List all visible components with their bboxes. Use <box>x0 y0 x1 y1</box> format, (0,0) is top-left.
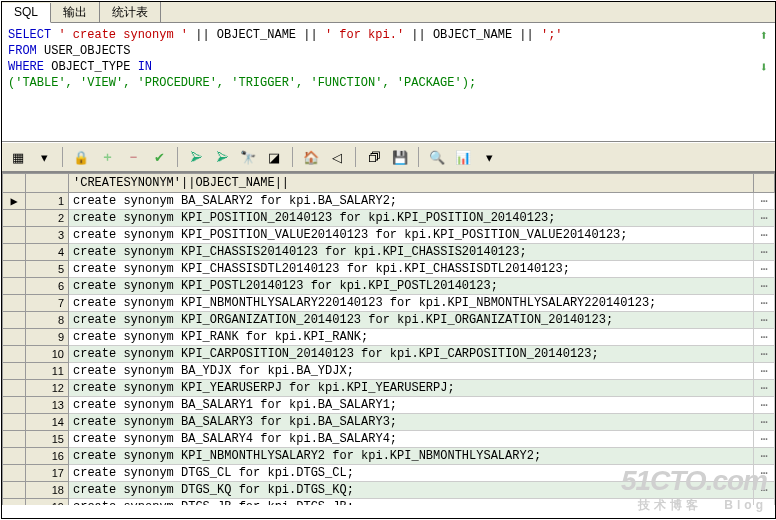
row-number[interactable]: 10 <box>26 346 69 363</box>
column-more-header[interactable] <box>754 174 775 193</box>
row-marker-header[interactable] <box>3 174 26 193</box>
cell-value[interactable]: create synonym KPI_ORGANIZATION_20140123… <box>69 312 754 329</box>
cell-value[interactable]: create synonym DTGS_CL for kpi.DTGS_CL; <box>69 465 754 482</box>
cell-value[interactable]: create synonym KPI_YEARUSERPJ for kpi.KP… <box>69 380 754 397</box>
cell-more[interactable]: ⋯ <box>754 465 775 482</box>
row-marker[interactable] <box>3 499 26 506</box>
table-row[interactable]: 9 create synonym KPI_RANK for kpi.KPI_RA… <box>3 329 775 346</box>
cell-value[interactable]: create synonym KPI_CHASSIS20140123 for k… <box>69 244 754 261</box>
scroll-down-icon[interactable]: ⬇ <box>757 61 771 75</box>
row-number[interactable]: 1 <box>26 193 69 210</box>
row-number[interactable]: 11 <box>26 363 69 380</box>
row-marker[interactable] <box>3 431 26 448</box>
table-row[interactable]: 19 create synonym DTGS_JB for kpi.DTGS_J… <box>3 499 775 506</box>
row-marker[interactable] <box>3 244 26 261</box>
cell-more[interactable]: ⋯ <box>754 499 775 506</box>
table-row[interactable]: 18 create synonym DTGS_KQ for kpi.DTGS_K… <box>3 482 775 499</box>
row-marker[interactable] <box>3 227 26 244</box>
home-icon[interactable]: 🏠 <box>301 147 321 167</box>
row-marker[interactable] <box>3 482 26 499</box>
cell-more[interactable]: ⋯ <box>754 244 775 261</box>
cell-value[interactable]: create synonym DTGS_KQ for kpi.DTGS_KQ; <box>69 482 754 499</box>
table-row[interactable]: 3 create synonym KPI_POSITION_VALUE20140… <box>3 227 775 244</box>
row-number-header[interactable] <box>26 174 69 193</box>
row-marker[interactable] <box>3 380 26 397</box>
table-row[interactable]: 10 create synonym KPI_CARPOSITION_201401… <box>3 346 775 363</box>
cell-more[interactable]: ⋯ <box>754 312 775 329</box>
row-number[interactable]: 18 <box>26 482 69 499</box>
row-marker[interactable] <box>3 312 26 329</box>
cell-value[interactable]: create synonym KPI_POSITION_20140123 for… <box>69 210 754 227</box>
table-row[interactable]: 6 create synonym KPI_POSTL20140123 for k… <box>3 278 775 295</box>
cell-value[interactable]: create synonym BA_SALARY4 for kpi.BA_SAL… <box>69 431 754 448</box>
row-number[interactable]: 8 <box>26 312 69 329</box>
cell-more[interactable]: ⋯ <box>754 363 775 380</box>
row-marker[interactable] <box>3 346 26 363</box>
cell-more[interactable]: ⋯ <box>754 431 775 448</box>
cell-value[interactable]: create synonym BA_SALARY1 for kpi.BA_SAL… <box>69 397 754 414</box>
chart-icon[interactable]: 📊 <box>453 147 473 167</box>
cell-more[interactable]: ⋯ <box>754 278 775 295</box>
scroll-up-icon[interactable]: ⬆ <box>757 29 771 43</box>
cell-value[interactable]: create synonym BA_SALARY2 for kpi.BA_SAL… <box>69 193 754 210</box>
cell-more[interactable]: ⋯ <box>754 380 775 397</box>
results-grid-wrap[interactable]: 'CREATESYNONYM'||OBJECT_NAME|| ▶1 create… <box>2 172 775 505</box>
column-header-1[interactable]: 'CREATESYNONYM'||OBJECT_NAME|| <box>69 174 754 193</box>
row-number[interactable]: 7 <box>26 295 69 312</box>
row-number[interactable]: 17 <box>26 465 69 482</box>
cell-more[interactable]: ⋯ <box>754 227 775 244</box>
cell-value[interactable]: create synonym KPI_CHASSISDTL20140123 fo… <box>69 261 754 278</box>
cell-value[interactable]: create synonym DTGS_JB for kpi.DTGS_JB; <box>69 499 754 506</box>
row-number[interactable]: 12 <box>26 380 69 397</box>
cell-more[interactable]: ⋯ <box>754 414 775 431</box>
table-row[interactable]: 4 create synonym KPI_CHASSIS20140123 for… <box>3 244 775 261</box>
table-row[interactable]: 7 create synonym KPI_NBMONTHLYSALARY2201… <box>3 295 775 312</box>
cell-more[interactable]: ⋯ <box>754 346 775 363</box>
cell-more[interactable]: ⋯ <box>754 329 775 346</box>
cell-more[interactable]: ⋯ <box>754 261 775 278</box>
row-number[interactable]: 13 <box>26 397 69 414</box>
tab-output[interactable]: 输出 <box>51 2 100 22</box>
row-marker[interactable] <box>3 278 26 295</box>
row-marker[interactable] <box>3 329 26 346</box>
row-number[interactable]: 3 <box>26 227 69 244</box>
table-row[interactable]: 12 create synonym KPI_YEARUSERPJ for kpi… <box>3 380 775 397</box>
cell-value[interactable]: create synonym KPI_RANK for kpi.KPI_RANK… <box>69 329 754 346</box>
tab-sql[interactable]: SQL <box>2 3 51 23</box>
nav-left-icon[interactable]: ◁ <box>327 147 347 167</box>
table-row[interactable]: 17 create synonym DTGS_CL for kpi.DTGS_C… <box>3 465 775 482</box>
fetch-all-button[interactable]: ⮚ <box>212 147 232 167</box>
row-number[interactable]: 19 <box>26 499 69 506</box>
find-icon[interactable]: 🔭 <box>238 147 258 167</box>
tab-stats[interactable]: 统计表 <box>100 2 161 22</box>
cell-value[interactable]: create synonym KPI_CARPOSITION_20140123 … <box>69 346 754 363</box>
row-number[interactable]: 9 <box>26 329 69 346</box>
row-marker[interactable] <box>3 397 26 414</box>
row-marker[interactable] <box>3 363 26 380</box>
cell-more[interactable]: ⋯ <box>754 295 775 312</box>
table-row[interactable]: 11 create synonym BA_YDJX for kpi.BA_YDJ… <box>3 363 775 380</box>
row-number[interactable]: 5 <box>26 261 69 278</box>
copy-icon[interactable]: 🗇 <box>364 147 384 167</box>
lock-icon[interactable]: 🔒 <box>71 147 91 167</box>
table-row[interactable]: 14 create synonym BA_SALARY3 for kpi.BA_… <box>3 414 775 431</box>
grid-dropdown-icon[interactable]: ▾ <box>34 147 54 167</box>
commit-button[interactable]: ✔ <box>149 147 169 167</box>
cell-value[interactable]: create synonym KPI_NBMONTHLYSALARY2 for … <box>69 448 754 465</box>
cell-more[interactable]: ⋯ <box>754 193 775 210</box>
delete-row-button[interactable]: － <box>123 147 143 167</box>
cell-more[interactable]: ⋯ <box>754 482 775 499</box>
row-marker[interactable] <box>3 465 26 482</box>
fetch-next-button[interactable]: ⮚ <box>186 147 206 167</box>
table-row[interactable]: 8 create synonym KPI_ORGANIZATION_201401… <box>3 312 775 329</box>
cell-value[interactable]: create synonym BA_YDJX for kpi.BA_YDJX; <box>69 363 754 380</box>
clear-icon[interactable]: ◪ <box>264 147 284 167</box>
save-icon[interactable]: 💾 <box>390 147 410 167</box>
row-marker[interactable] <box>3 210 26 227</box>
row-marker[interactable] <box>3 414 26 431</box>
row-number[interactable]: 14 <box>26 414 69 431</box>
cell-value[interactable]: create synonym KPI_NBMONTHLYSALARY220140… <box>69 295 754 312</box>
row-number[interactable]: 16 <box>26 448 69 465</box>
row-number[interactable]: 2 <box>26 210 69 227</box>
row-marker[interactable]: ▶ <box>3 193 26 210</box>
